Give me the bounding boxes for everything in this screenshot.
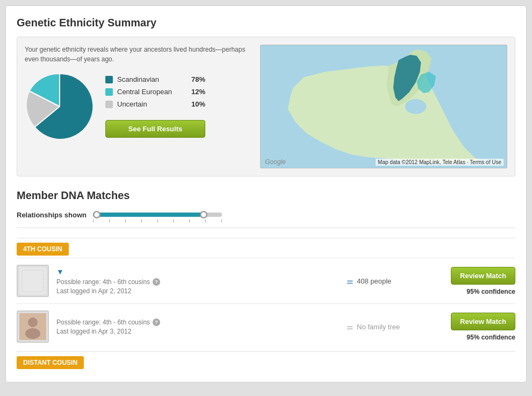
legend-color-central [105, 88, 113, 96]
slider-ticks [93, 220, 222, 222]
see-full-results-button[interactable]: See Full Results [105, 120, 205, 138]
match-avatar-1 [17, 265, 49, 297]
ethnicity-left: Your genetic ethnicity reveals where you… [25, 45, 249, 168]
ethnicity-description: Your genetic ethnicity reveals where you… [25, 45, 249, 64]
tick-5 [157, 220, 158, 222]
relationships-label: Relationships shown [17, 211, 87, 219]
avatar-silhouette-2 [19, 313, 46, 340]
tree-count-1: 408 people [357, 277, 391, 285]
tick-8 [205, 220, 206, 222]
tick-9 [221, 220, 222, 222]
review-match-button-2[interactable]: Review Match [451, 313, 515, 330]
no-tree-label: No family tree [357, 323, 400, 331]
tree-icon-1: ⚌ [347, 277, 354, 285]
relationships-row: Relationships shown [17, 209, 515, 228]
slider-container[interactable] [93, 209, 222, 220]
google-logo: Google [265, 158, 286, 166]
match-info-2: Possible range: 4th - 6th cousins ? Last… [56, 319, 339, 335]
tick-2 [109, 220, 110, 222]
review-match-button-1[interactable]: Review Match [451, 267, 515, 285]
match-tree-1: ⚌ 408 people [347, 277, 433, 285]
tick-4 [141, 220, 142, 222]
main-container: Genetic Ethnicity Summary Your genetic e… [5, 5, 527, 383]
legend-pct-central: 12% [191, 88, 205, 96]
category-row-distant-cousin: DISTANT COUSIN [17, 351, 515, 371]
svg-rect-5 [19, 267, 46, 294]
match-avatar-2 [17, 310, 49, 343]
legend-label-central: Central European [117, 88, 187, 96]
tick-1 [93, 220, 94, 222]
match-logged-1: Last logged in Apr 2, 2012 [56, 287, 339, 295]
4th-cousin-badge: 4TH COUSIN [17, 243, 69, 256]
distant-cousin-badge: DISTANT COUSIN [17, 356, 84, 369]
tick-6 [173, 220, 174, 222]
avatar-placeholder-1 [19, 267, 46, 294]
match-action-2: Review Match 95% confidence [440, 313, 515, 341]
match-range-1: Possible range: 4th - 6th cousins ? [56, 278, 339, 286]
legend-pct-scandinavian: 78% [191, 75, 205, 83]
dna-title: Member DNA Matches [17, 189, 515, 202]
confidence-2: 95% confidence [466, 334, 515, 341]
map-svg [261, 45, 507, 168]
tick-3 [125, 220, 126, 222]
slider-track [93, 213, 222, 217]
legend-item-scandinavian: Scandinavian 78% [105, 75, 205, 83]
map-attribution: Map data ©2012 MapLink, Tele Atlas · Ter… [376, 159, 504, 166]
match-info-1: ▼ Possible range: 4th - 6th cousins ? La… [56, 267, 339, 295]
match-tree-2: ⚌ No family tree [347, 322, 433, 331]
slider-thumb-left[interactable] [93, 211, 100, 218]
match-range-2: Possible range: 4th - 6th cousins ? [56, 319, 339, 326]
svg-point-9 [25, 328, 40, 339]
legend-color-uncertain [105, 101, 113, 108]
legend-label-scandinavian: Scandinavian [117, 75, 187, 83]
category-row-4th-cousin: 4TH COUSIN [17, 238, 515, 258]
slider-thumb-right[interactable] [200, 211, 207, 218]
pie-legend-row: Scandinavian 78% Central European 12% Un… [25, 72, 249, 142]
help-icon-1[interactable]: ? [153, 278, 160, 286]
match-logged-2: Last logged in Apr 3, 2012 [56, 328, 339, 335]
tree-icon-2: ⚌ [347, 322, 354, 331]
svg-point-8 [28, 317, 38, 327]
match-card-2: Possible range: 4th - 6th cousins ? Last… [17, 303, 515, 349]
legend-pct-uncertain: 10% [191, 100, 205, 108]
pie-chart [25, 72, 95, 142]
svg-point-4 [405, 99, 427, 114]
legend-item-uncertain: Uncertain 10% [105, 100, 205, 108]
ethnicity-title: Genetic Ethnicity Summary [17, 17, 515, 29]
map-container: Google Map data ©2012 MapLink, Tele Atla… [260, 45, 507, 168]
legend-color-scandinavian [105, 76, 113, 83]
legend: Scandinavian 78% Central European 12% Un… [105, 75, 205, 138]
tick-7 [189, 220, 190, 222]
legend-label-uncertain: Uncertain [117, 100, 187, 108]
ethnicity-box: Your genetic ethnicity reveals where you… [17, 37, 515, 176]
match-name-1[interactable]: ▼ [56, 267, 339, 276]
confidence-1: 95% confidence [466, 288, 515, 295]
match-card-1: ▼ Possible range: 4th - 6th cousins ? La… [17, 258, 515, 303]
match-action-1: Review Match 95% confidence [440, 267, 515, 295]
legend-item-central: Central European 12% [105, 88, 205, 96]
help-icon-2[interactable]: ? [153, 319, 160, 326]
